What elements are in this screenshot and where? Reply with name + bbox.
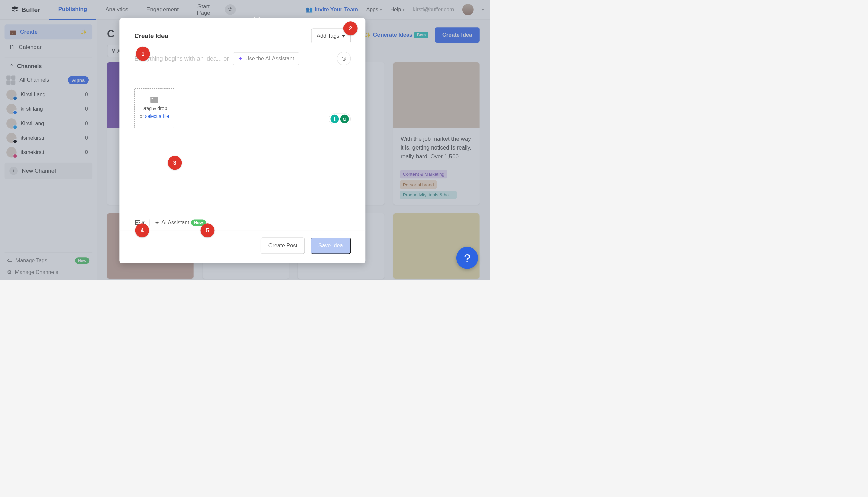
ai-assistant-tool[interactable]: ✦ AI Assistant New bbox=[155, 219, 206, 226]
wand-icon: ✦ bbox=[238, 56, 242, 61]
modal-title: Create Idea bbox=[134, 32, 168, 39]
annotation-3: 3 bbox=[168, 156, 182, 170]
grammarly-go-icon: ⬇ bbox=[330, 115, 339, 123]
media-dropzone[interactable]: Drag & drop or select a file bbox=[134, 88, 174, 128]
chevron-down-icon: ▾ bbox=[342, 33, 345, 39]
ai-assistant-chip[interactable]: ✦ Use the AI Assistant bbox=[233, 52, 299, 65]
annotation-5: 5 bbox=[201, 223, 215, 237]
wand-icon: ✦ bbox=[155, 219, 160, 226]
modal-toolbar: 🖼▾ ✦ AI Assistant New bbox=[119, 215, 365, 230]
help-fab[interactable]: ? bbox=[456, 247, 478, 269]
modal-footer: Create Post Save Idea bbox=[119, 230, 365, 263]
annotation-1: 1 bbox=[136, 47, 150, 61]
create-idea-modal: Create Idea Add Tags ▾ Everything begins… bbox=[119, 18, 365, 263]
create-post-button[interactable]: Create Post bbox=[261, 238, 305, 254]
compose-area: Everything begins with an idea... or ✦ U… bbox=[119, 43, 365, 65]
annotation-4: 4 bbox=[135, 223, 149, 237]
dropzone-text: Drag & drop bbox=[142, 105, 167, 112]
save-idea-button[interactable]: Save Idea bbox=[310, 238, 351, 254]
grammarly-icon: G bbox=[340, 115, 349, 123]
divider bbox=[149, 219, 150, 226]
modal-header: Create Idea Add Tags ▾ bbox=[119, 18, 365, 43]
annotation-2: 2 bbox=[343, 21, 358, 36]
grammarly-widget[interactable]: ⬇ G bbox=[329, 113, 351, 124]
select-file-link[interactable]: select a file bbox=[145, 113, 169, 119]
image-icon bbox=[150, 97, 158, 103]
emoji-button[interactable]: ☺ bbox=[337, 52, 351, 65]
